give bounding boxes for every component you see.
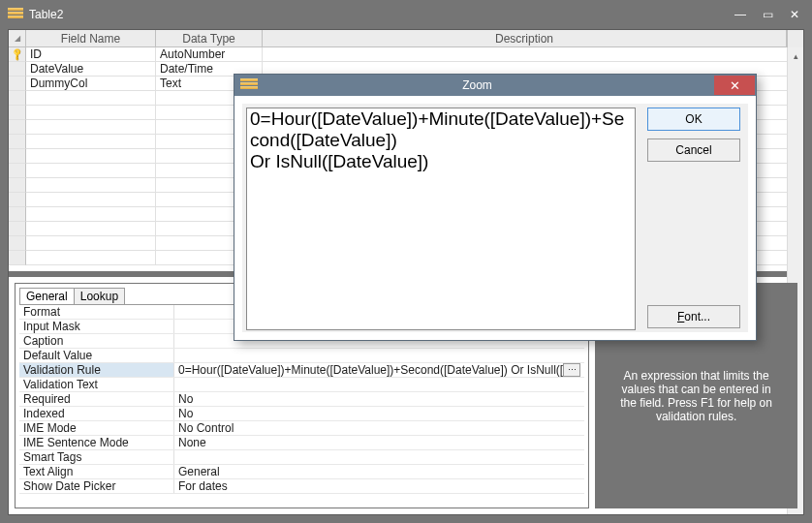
property-label: Input Mask [19, 320, 174, 333]
field-name-cell[interactable] [26, 164, 156, 178]
field-name-cell[interactable] [26, 236, 156, 251]
field-name-cell[interactable] [26, 193, 156, 207]
row-selector[interactable] [9, 193, 26, 207]
table-row[interactable]: 🔑IDAutoNumber [9, 47, 803, 62]
tab-lookup[interactable]: Lookup [74, 288, 125, 304]
field-name-cell[interactable]: DateValue [26, 62, 156, 77]
row-selector[interactable] [9, 77, 26, 91]
zoom-titlebar[interactable]: Zoom ✕ [234, 75, 756, 96]
row-selector[interactable]: 🔑 [9, 47, 26, 62]
property-value[interactable]: For dates [174, 479, 584, 493]
property-label: Validation Rule [19, 363, 174, 377]
property-value[interactable]: No [174, 392, 584, 406]
property-value[interactable] [174, 450, 584, 464]
field-name-cell[interactable] [26, 222, 156, 236]
tab-general[interactable]: General [19, 288, 75, 304]
row-selector[interactable] [9, 149, 26, 164]
property-label: IME Mode [19, 421, 174, 435]
property-label: Show Date Picker [19, 479, 174, 493]
close-button[interactable]: ✕ [781, 6, 808, 23]
property-row[interactable]: Validation Text [19, 378, 584, 392]
row-selector[interactable] [9, 62, 26, 77]
row-selector[interactable] [9, 236, 26, 251]
property-label: Smart Tags [19, 450, 174, 464]
property-label: Text Align [19, 465, 174, 478]
property-label: Default Value [19, 349, 174, 362]
property-label: Required [19, 392, 174, 406]
maximize-button[interactable]: ▭ [754, 6, 781, 23]
select-all-corner[interactable]: ◢ [9, 30, 26, 47]
property-value[interactable]: 0=Hour([DateValue])+Minute([DateValue])+… [174, 363, 584, 377]
window-title: Table2 [29, 8, 63, 21]
property-value[interactable]: General [174, 465, 584, 478]
row-selector[interactable] [9, 164, 26, 178]
row-selector[interactable] [9, 106, 26, 120]
zoom-expression-input[interactable] [246, 108, 636, 330]
font-button-label: ont... [684, 310, 710, 323]
field-name-cell[interactable]: DummyCol [26, 77, 156, 91]
field-name-cell[interactable] [26, 207, 156, 222]
data-type-cell[interactable]: AutoNumber [156, 47, 263, 62]
field-name-cell[interactable]: ID [26, 47, 156, 62]
builder-button[interactable]: ⋯ [563, 363, 580, 377]
property-row[interactable]: IME ModeNo Control [19, 421, 584, 436]
table-icon [8, 8, 23, 21]
property-label: IME Sentence Mode [19, 436, 174, 449]
field-name-cell[interactable] [26, 135, 156, 149]
property-row[interactable]: Validation Rule0=Hour([DateValue])+Minut… [19, 363, 584, 378]
column-header-desc[interactable]: Description [263, 30, 787, 47]
property-label: Caption [19, 334, 174, 348]
field-name-cell[interactable] [26, 91, 156, 106]
field-name-cell[interactable] [26, 178, 156, 193]
row-selector[interactable] [9, 120, 26, 135]
column-header-field[interactable]: Field Name [26, 30, 156, 47]
ok-button[interactable]: OK [647, 108, 740, 131]
cancel-button[interactable]: Cancel [647, 138, 740, 162]
row-selector[interactable] [9, 91, 26, 106]
row-selector[interactable] [9, 178, 26, 193]
property-row[interactable]: Show Date PickerFor dates [19, 479, 584, 494]
row-selector[interactable] [9, 222, 26, 236]
property-value[interactable] [174, 378, 584, 391]
primary-key-icon: 🔑 [10, 47, 24, 61]
description-cell[interactable] [263, 47, 803, 62]
property-row[interactable]: IME Sentence ModeNone [19, 436, 584, 450]
zoom-dialog: Zoom ✕ OK Cancel Font... [234, 74, 757, 341]
help-text: An expression that limits the values tha… [613, 369, 779, 423]
zoom-close-button[interactable]: ✕ [714, 76, 755, 95]
row-selector[interactable] [9, 251, 26, 265]
field-name-cell[interactable] [26, 106, 156, 120]
property-label: Indexed [19, 407, 174, 420]
scrollbar-spacer [787, 30, 803, 47]
minimize-button[interactable]: — [727, 6, 754, 23]
property-row[interactable]: Smart Tags [19, 450, 584, 465]
property-label: Validation Text [19, 378, 174, 391]
font-button[interactable]: Font... [647, 305, 740, 328]
property-row[interactable]: Text AlignGeneral [19, 465, 584, 479]
scroll-up-icon[interactable]: ▴ [788, 47, 803, 64]
property-value[interactable]: None [174, 436, 584, 449]
property-value[interactable]: No [174, 407, 584, 420]
titlebar[interactable]: Table2 — ▭ ✕ [4, 4, 808, 25]
property-value[interactable]: No Control [174, 421, 584, 435]
row-selector[interactable] [9, 135, 26, 149]
property-label: Format [19, 305, 174, 319]
property-row[interactable]: IndexedNo [19, 407, 584, 421]
property-value[interactable] [174, 349, 584, 362]
zoom-title: Zoom [240, 78, 714, 92]
field-name-cell[interactable] [26, 149, 156, 164]
column-header-type[interactable]: Data Type [156, 30, 263, 47]
property-row[interactable]: Default Value [19, 349, 584, 363]
property-row[interactable]: RequiredNo [19, 392, 584, 407]
field-name-cell[interactable] [26, 251, 156, 265]
row-selector[interactable] [9, 207, 26, 222]
field-name-cell[interactable] [26, 120, 156, 135]
